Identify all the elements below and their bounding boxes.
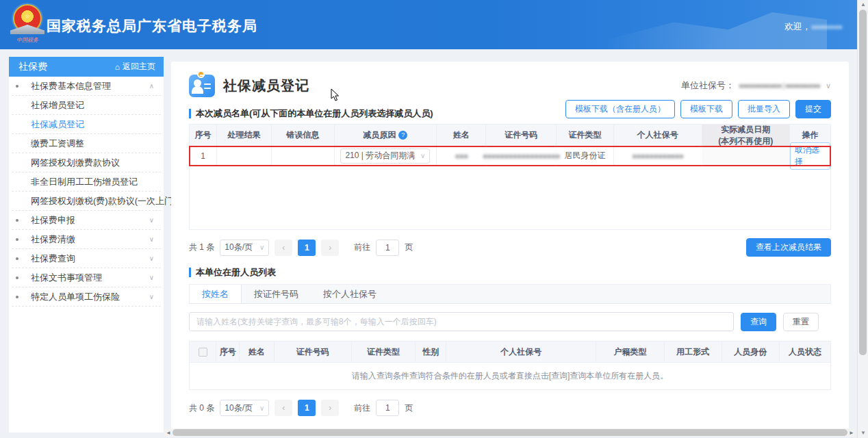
bullet-icon xyxy=(16,219,18,222)
national-emblem-icon xyxy=(13,4,42,33)
welcome-text: 欢迎，●●●●●●●● xyxy=(784,21,842,33)
batch-import-button[interactable]: 批量导入 xyxy=(738,100,790,118)
col-header: 户籍类型 xyxy=(596,342,664,362)
sidebar-item-reduce-staff[interactable]: 社保减员登记 xyxy=(12,115,161,134)
search-tabs: 按姓名 按证件号码 按个人社保号 xyxy=(189,284,831,304)
bullet-icon xyxy=(16,257,18,260)
col-header: 处理结果 xyxy=(217,125,272,146)
col-header: 证件号码 xyxy=(275,342,352,362)
sidebar-item-parttime-injury[interactable]: 非全日制用工工伤增员登记 xyxy=(12,172,161,192)
sidebar-item-label: 非全日制用工工伤增员登记 xyxy=(31,177,138,187)
col-header-reason: 减员原因 ? xyxy=(335,125,437,146)
sidebar-item-declare[interactable]: 社保费申报 ∨ xyxy=(12,211,161,230)
sidebar-item-basic-info-mgmt[interactable]: 社保费基本信息管理 ∧ xyxy=(12,77,161,96)
col-header: 个人社保号 xyxy=(446,342,596,362)
vertical-scrollbar[interactable]: ▲ ▼ xyxy=(857,0,868,438)
page-unit: 页 xyxy=(405,402,413,414)
goto-label: 前往 xyxy=(354,402,370,414)
cell-personal-ssn: ●●●●●●●●●●●● xyxy=(614,146,702,165)
horizontal-scroll-thumb[interactable] xyxy=(173,429,847,436)
chevron-down-icon: ∨ xyxy=(149,249,154,268)
reset-button[interactable]: 重置 xyxy=(783,313,819,331)
top-header: 中国税务 国家税务总局广东省电子税务局 欢迎，●●●●●●●● xyxy=(0,0,868,49)
cell-name: ●●● xyxy=(437,146,486,165)
tax-bureau-logo: 中国税务 xyxy=(12,4,42,47)
unit-ssn-select[interactable]: 单位社保号： ●●●●●●●●●●● | ●●●●●●●●● ∨ xyxy=(681,79,831,92)
scroll-down-icon[interactable]: ▼ xyxy=(858,428,868,438)
chevron-down-icon: ∨ xyxy=(149,230,154,249)
vertical-scroll-thumb[interactable] xyxy=(859,10,867,355)
current-page-button[interactable]: 1 xyxy=(298,400,316,416)
scroll-left-icon[interactable]: ◄ xyxy=(164,430,173,436)
section2-title: 本单位在册人员列表 xyxy=(189,268,831,277)
return-home-link[interactable]: ⌂ 返回主页 xyxy=(115,61,155,73)
goto-label: 前往 xyxy=(354,242,370,253)
sidebar-item-special-injury[interactable]: 特定人员单项工伤保险 ∨ xyxy=(12,287,161,307)
name-search-input[interactable] xyxy=(189,312,734,331)
select-all-checkbox[interactable] xyxy=(199,348,207,357)
template-download-button[interactable]: 模板下载 xyxy=(680,100,732,118)
sidebar-item-wage-adjust[interactable]: 缴费工资调整 xyxy=(12,134,161,153)
tab-by-name[interactable]: 按姓名 xyxy=(190,285,242,303)
pagination-1: 共 1 条 10条/页 ∨ ‹ 1 › 前往 页 xyxy=(189,240,413,256)
welcome-user: ●●●●●●●● xyxy=(811,23,842,31)
sidebar-item-settle[interactable]: 社保费清缴 ∨ xyxy=(12,230,161,249)
staff-list-table: 序号 姓名 证件号码 证件类型 性别 个人社保号 户籍类型 用工形式 人员身份 … xyxy=(189,341,831,390)
reduction-reason-select[interactable]: 210 | 劳动合同期满 ∨ xyxy=(340,149,430,164)
prev-page-button[interactable]: ‹ xyxy=(275,240,292,256)
view-last-result-button[interactable]: 查看上次减员结果 xyxy=(746,238,831,257)
return-home-label: 返回主页 xyxy=(123,61,155,73)
help-icon[interactable]: ? xyxy=(398,131,407,140)
empty-table-message: 请输入查询条件查询符合条件的在册人员或者直接点击[查询]查询本单位所有在册人员。 xyxy=(190,362,830,389)
bullet-icon xyxy=(16,276,18,279)
page: 中国税务 国家税务总局广东省电子税务局 欢迎，●●●●●●●● 社保费 ⌂ 返回… xyxy=(0,0,868,438)
submit-button[interactable]: 提交 xyxy=(795,100,831,118)
section1-title: 本次减员名单(可从下面的本单位在册人员列表选择减员人员) xyxy=(189,109,433,118)
scroll-up-icon[interactable]: ▲ xyxy=(858,0,868,10)
page-size-select[interactable]: 10条/页 ∨ xyxy=(220,400,269,416)
sidebar-item-tax-agreement[interactable]: 网签授权划缴税(费)款协议(一次上门) xyxy=(12,192,161,211)
col-header: 序号 xyxy=(190,125,217,146)
sidebar-item-add-staff[interactable]: 社保增员登记 xyxy=(12,96,161,115)
bullet-icon xyxy=(16,85,18,88)
pagination-2: 共 0 条 10条/页 ∨ ‹ 1 › 前往 页 xyxy=(189,400,413,416)
cancel-select-button[interactable]: 取消选择 xyxy=(790,142,830,170)
main-panel: 社保减员登记 单位社保号： ●●●●●●●●●●● | ●●●●●●●●● ∨ … xyxy=(171,62,849,433)
col-header: 个人社保号 xyxy=(614,125,702,146)
template-download-with-staff-button[interactable]: 模板下载（含在册人员） xyxy=(565,100,675,118)
cell-index: 1 xyxy=(190,146,217,165)
bullet-icon xyxy=(16,296,18,298)
goto-page-input[interactable] xyxy=(376,400,399,416)
sidebar-item-query[interactable]: 社保费查询 ∨ xyxy=(12,249,161,268)
chevron-down-icon: ∨ xyxy=(149,287,154,307)
sidebar-item-label: 社保费清缴 xyxy=(31,234,75,244)
sidebar-item-payment-agreement[interactable]: 网签授权划缴费款协议 xyxy=(12,153,161,172)
sidebar-item-label: 社保费查询 xyxy=(31,253,75,263)
prev-page-button[interactable]: ‹ xyxy=(275,400,292,416)
sidebar-item-label: 社保减员登记 xyxy=(31,119,84,129)
query-button[interactable]: 查询 xyxy=(741,313,776,331)
next-page-button[interactable]: › xyxy=(321,240,339,256)
sidebar-header: 社保费 ⌂ 返回主页 xyxy=(9,57,164,77)
scroll-right-icon[interactable]: ► xyxy=(847,430,856,436)
current-page-button[interactable]: 1 xyxy=(298,240,316,256)
page-size-select[interactable]: 10条/页 ∨ xyxy=(220,240,269,256)
reduction-list-table: 序号 处理结果 错误信息 减员原因 ? 姓名 证件号码 证件类型 个人社保号 实… xyxy=(189,124,831,230)
tab-by-personal-ssn[interactable]: 按个人社保号 xyxy=(311,285,389,303)
tab-by-cert-no[interactable]: 按证件号码 xyxy=(242,285,311,303)
sidebar-item-label: 缴费工资调整 xyxy=(31,138,84,149)
goto-page-input[interactable] xyxy=(376,240,399,256)
col-header: 姓名 xyxy=(437,125,486,146)
cell-result xyxy=(217,146,272,165)
col-header: 姓名 xyxy=(240,342,275,362)
col-header: 性别 xyxy=(416,342,446,362)
next-page-button[interactable]: › xyxy=(321,400,339,416)
sidebar-item-document-mgmt[interactable]: 社保文书事项管理 ∨ xyxy=(12,268,161,287)
total-count: 共 1 条 xyxy=(189,242,214,253)
sidebar: 社保费 ⌂ 返回主页 社保费基本信息管理 ∧ 社保增员登记 社保减员登记 缴费工… xyxy=(9,57,164,433)
col-header-checkbox xyxy=(190,342,216,362)
horizontal-scrollbar[interactable]: ◄ ► xyxy=(164,428,856,437)
chevron-up-icon: ∧ xyxy=(149,77,154,96)
sidebar-item-label: 网签授权划缴费款协议 xyxy=(31,157,120,168)
sidebar-item-label: 社保费基本信息管理 xyxy=(31,81,111,91)
